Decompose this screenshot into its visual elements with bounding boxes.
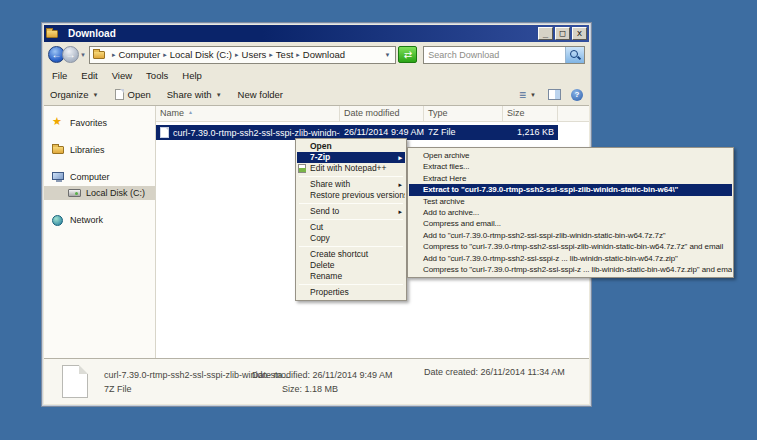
document-icon [115, 89, 124, 100]
sidebar-item-libraries[interactable]: Libraries [44, 143, 155, 157]
chevron-down-icon: ▼ [93, 92, 99, 98]
submenu-item-add-to-curl-7-39-0-rtmp-ssh2-ssl-sspi-zl[interactable]: Add to "curl-7.39.0-rtmp-ssh2-ssl-sspi-z… [409, 230, 732, 241]
sidebar-item-label: Favorites [70, 118, 107, 128]
column-header-type[interactable]: Type [424, 106, 503, 121]
details-size-label: Size: [282, 384, 302, 394]
maximize-button[interactable]: □ [555, 27, 570, 40]
submenu-arrow-icon: ▸ [398, 179, 402, 190]
search-box[interactable]: Search Download [423, 46, 585, 64]
sidebar-item-computer[interactable]: Computer [44, 170, 155, 184]
type-cell: 7Z File [424, 125, 503, 140]
sidebar-item-label: Local Disk (C:) [86, 188, 145, 198]
chevron-down-icon: ▼ [216, 92, 222, 98]
window-folder-icon [46, 28, 60, 40]
context-menu-item-edit-with-notepad-[interactable]: Edit with Notepad++ [297, 163, 405, 174]
breadcrumb-item-users[interactable]: Users [240, 49, 269, 60]
submenu-item-add-to-curl-7-39-0-rtmp-ssh2-ssl-sspi-z-[interactable]: Add to "curl-7.39.0-rtmp-ssh2-ssl-sspi-z… [409, 253, 732, 264]
details-date-created-label: Date created: [424, 367, 478, 377]
submenu-item-compress-to-curl-7-39-0-rtmp-ssh2-ssl-ss[interactable]: Compress to "curl-7.39.0-rtmp-ssh2-ssl-s… [409, 264, 732, 275]
breadcrumb-item-computer[interactable]: Computer [116, 49, 162, 60]
share-with-button[interactable]: Share with▼ [167, 89, 222, 100]
context-menu-item-copy[interactable]: Copy [297, 233, 405, 244]
context-menu-item-share-with[interactable]: Share with▸ [297, 179, 405, 190]
chevron-down-icon[interactable]: ▼ [530, 92, 536, 98]
details-date-modified-label: Date modified: [252, 370, 310, 380]
refresh-icon[interactable]: ⇄ [398, 46, 417, 63]
nav-history-chevron-icon[interactable]: ▼ [80, 52, 86, 58]
details-pane: curl-7.39.0-rtmp-ssh2-ssl-sspi-zlib-wini… [44, 358, 589, 404]
menu-file[interactable]: File [52, 70, 67, 81]
search-placeholder: Search Download [424, 50, 565, 60]
sidebar-item-local-disk-c-[interactable]: Local Disk (C:) [44, 186, 155, 200]
window-title: Download [68, 28, 536, 39]
navigation-pane: FavoritesLibrariesComputerLocal Disk (C:… [44, 106, 156, 358]
breadcrumb[interactable]: ▸Computer▸Local Disk (C:)▸Users▸Test▸Dow… [89, 46, 397, 64]
breadcrumb-item-local-disk-c-[interactable]: Local Disk (C:) [168, 49, 234, 60]
change-view-icon[interactable]: ≡ [519, 89, 526, 101]
close-button[interactable]: x [572, 27, 587, 40]
organize-button[interactable]: Organize▼ [50, 89, 99, 100]
breadcrumb-chevron-icon[interactable]: ▼ [385, 52, 393, 58]
preview-pane-icon[interactable] [548, 89, 561, 100]
column-header-size[interactable]: Size [503, 106, 558, 121]
menu-separator [299, 176, 403, 177]
column-header-date-modified[interactable]: Date modified [340, 106, 424, 121]
breadcrumb-item-download[interactable]: Download [301, 49, 347, 60]
menu-separator [299, 284, 403, 285]
details-size-value: 1.18 MB [305, 384, 339, 394]
submenu-item-extract-to-curl-7-39-0-rtmp-ssh2-ssl-ssp[interactable]: Extract to "curl-7.39.0-rtmp-ssh2-ssl-ss… [409, 184, 732, 195]
search-icon[interactable] [565, 47, 584, 63]
sidebar-item-network[interactable]: Network [44, 213, 155, 227]
breadcrumb-item-test[interactable]: Test [274, 49, 295, 60]
details-date-modified-value: 26/11/2014 9:49 AM [313, 370, 393, 380]
sidebar-item-favorites[interactable]: Favorites [44, 116, 155, 130]
title-bar[interactable]: Download _ □ x [44, 25, 589, 42]
sidebar-item-label: Libraries [70, 145, 105, 155]
details-file-name: curl-7.39.0-rtmp-ssh2-ssl-sspi-zlib-wini… [104, 370, 252, 380]
menu-separator [299, 203, 403, 204]
menu-tools[interactable]: Tools [146, 70, 168, 81]
notepad-plus-plus-icon [298, 164, 306, 173]
submenu-item-open-archive[interactable]: Open archive [409, 150, 732, 161]
menu-separator [299, 246, 403, 247]
column-headers: Name▴Date modifiedTypeSize [156, 106, 589, 122]
menu-view[interactable]: View [112, 70, 132, 81]
minimize-button[interactable]: _ [538, 27, 553, 40]
menu-edit[interactable]: Edit [81, 70, 97, 81]
context-menu-item-rename[interactable]: Rename [297, 271, 405, 282]
help-icon[interactable]: ? [571, 89, 583, 101]
submenu-item-compress-and-email-[interactable]: Compress and email... [409, 218, 732, 229]
file-name-label: curl-7.39.0-rtmp-ssh2-ssl-sspi-zlib-wini… [173, 128, 340, 138]
submenu-item-add-to-archive-[interactable]: Add to archive... [409, 207, 732, 218]
context-menu-item-delete[interactable]: Delete [297, 260, 405, 271]
details-date-created-value: 26/11/2014 11:34 AM [481, 367, 565, 377]
computer-icon [52, 171, 66, 183]
column-header-name[interactable]: Name▴ [156, 106, 340, 121]
star-icon [52, 117, 66, 129]
sidebar-item-label: Computer [70, 172, 110, 182]
submenu-arrow-icon: ▸ [398, 206, 402, 217]
submenu-item-test-archive[interactable]: Test archive [409, 196, 732, 207]
submenu-item-extract-here[interactable]: Extract Here [409, 173, 732, 184]
details-file-type: 7Z File [104, 384, 252, 394]
forward-button[interactable]: → [62, 46, 79, 63]
context-menu-item-properties[interactable]: Properties [297, 287, 405, 298]
size-cell: 1,216 KB [503, 125, 558, 140]
context-menu-item-restore-previous-versions[interactable]: Restore previous versions [297, 190, 405, 201]
context-menu-item-7-zip[interactable]: 7-Zip▸ [297, 152, 405, 163]
menu-help[interactable]: Help [182, 70, 202, 81]
context-menu-item-send-to[interactable]: Send to▸ [297, 206, 405, 217]
submenu-item-extract-files-[interactable]: Extract files... [409, 161, 732, 172]
sort-ascending-icon: ▴ [189, 109, 192, 115]
submenu-item-compress-to-curl-7-39-0-rtmp-ssh2-ssl-ss[interactable]: Compress to "curl-7.39.0-rtmp-ssh2-ssl-s… [409, 241, 732, 252]
new-folder-button[interactable]: New folder [238, 89, 283, 100]
file-type-icon [160, 127, 169, 138]
context-menu-item-cut[interactable]: Cut [297, 222, 405, 233]
context-menu: Open7-Zip▸Edit with Notepad++Share with▸… [295, 138, 407, 301]
context-menu-item-open[interactable]: Open [297, 141, 405, 152]
menu-bar: FileEditViewToolsHelp [44, 67, 589, 84]
open-button[interactable]: Open [115, 89, 151, 100]
toolbar: Organize▼ Open Share with▼ New folder ≡ … [44, 84, 589, 106]
context-menu-item-create-shortcut[interactable]: Create shortcut [297, 249, 405, 260]
sidebar-item-label: Network [70, 215, 103, 225]
